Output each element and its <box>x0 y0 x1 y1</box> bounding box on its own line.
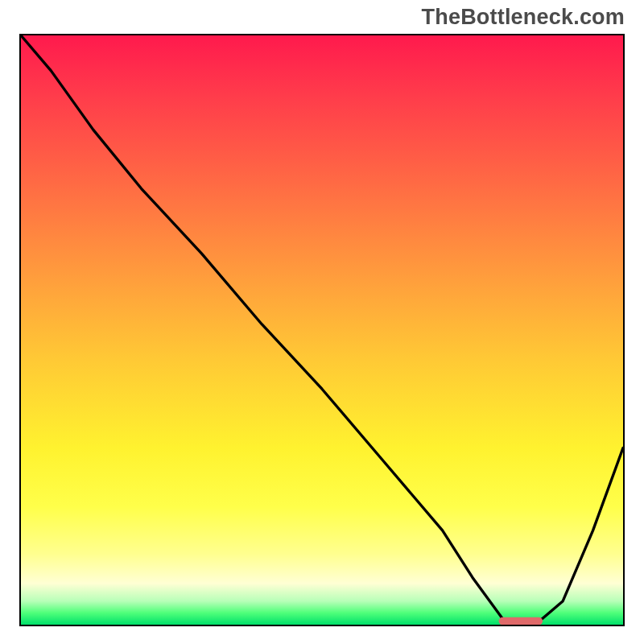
efficiency-gradient-background <box>21 35 623 625</box>
plot-area <box>19 34 625 626</box>
watermark-text: TheBottleneck.com <box>422 5 625 30</box>
chart-root: TheBottleneck.com <box>0 0 644 644</box>
